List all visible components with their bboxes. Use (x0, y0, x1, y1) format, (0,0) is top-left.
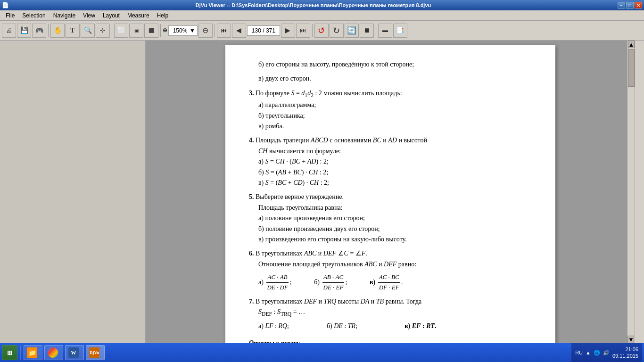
page-navigation (247, 25, 280, 36)
system-tray: RU ▲ 🌐 🔊 21:06 09.11.2015 (571, 343, 642, 362)
item-3a: а) параллелограмма; (258, 100, 532, 110)
window-title: DjVu Viewer -- D:\SysFolders\Desktop\Поу… (9, 2, 618, 8)
right-panel (635, 41, 644, 343)
refresh-button[interactable]: 🔄 (345, 24, 359, 38)
frac-6v-den: DF · EF (378, 283, 400, 293)
item-3-header: 3. По формуле S = d1d2 : 2 можно вычисли… (249, 90, 402, 97)
item-5-header: 5. Выберите верное утверждение. (249, 193, 344, 200)
frac-6v: AC · BC DF · EF (378, 272, 400, 293)
first-page-button[interactable]: ⏮ (217, 24, 231, 38)
item-5b: б) половине произведения двух его сторон… (258, 224, 532, 234)
item-6b: б) AB · AC DE · EF ; (314, 272, 355, 293)
item-6: 6. В треугольниках ABC и DEF ∠C = ∠F. От… (249, 248, 532, 292)
last-page-button[interactable]: ⏭ (296, 24, 310, 38)
menu-measure[interactable]: Measure (124, 11, 153, 20)
item-4b: б) S = (AB + BC) · CH : 2; (258, 167, 532, 178)
frac-6b: AB · AC DE · EF (322, 272, 345, 293)
close-button[interactable]: ✕ (635, 2, 642, 8)
page-input[interactable] (247, 25, 280, 36)
save-button[interactable]: 💾 (17, 24, 31, 38)
item-4v: в) S = (BC + CD) · CH : 2; (258, 178, 532, 188)
item-5a: а) половине произведения его сторон; (258, 213, 532, 223)
windows-icon: ⊞ (7, 349, 12, 356)
menu-selection[interactable]: Selection (18, 11, 49, 20)
forward-button[interactable]: ↻ (330, 24, 344, 38)
stop-button[interactable]: ⏹ (360, 24, 374, 38)
minimize-button[interactable]: − (618, 2, 625, 8)
fullscreen-button[interactable]: ▬ (378, 24, 392, 38)
menu-help[interactable]: Help (153, 11, 173, 20)
scrollbar[interactable]: ▲ ▼ (627, 41, 635, 343)
menu-view[interactable]: View (79, 11, 99, 20)
game-button[interactable]: 🎮 (32, 24, 46, 38)
prev-page-button[interactable]: ◀ (232, 24, 246, 38)
single-page-button[interactable]: ⬜ (114, 24, 128, 38)
clock-date: 09.11.2015 (612, 353, 638, 359)
wide-page-button[interactable]: ⬛ (144, 24, 158, 38)
toolbar: 🖨 💾 🎮 ✋ T 🔍 ⊹ ⬜ ▣ ⬛ ⊕ 150% ▼ ⊖ ⏮ ◀ ▶ ⏭ ↺… (0, 21, 644, 41)
title-icon: 📄 (2, 2, 9, 8)
item-v-side: в) двух его сторон. (258, 74, 532, 84)
item-7b: б) DE : TR; (327, 321, 357, 331)
zoom-dropdown-icon[interactable]: ▼ (190, 27, 195, 34)
frac-6v-num: AC · BC (378, 272, 400, 283)
bookmark-button[interactable]: 📑 (393, 24, 407, 38)
start-button[interactable]: ⊞ (2, 345, 17, 360)
chrome-icon (48, 347, 58, 358)
answers-header: Ответы к тесту (249, 338, 532, 343)
next-page-button[interactable]: ▶ (281, 24, 295, 38)
clock: 21:06 09.11.2015 (612, 346, 638, 360)
scroll-down-button[interactable]: ▼ (627, 336, 634, 343)
frac-6b-num: AB · AC (322, 272, 344, 283)
item-7a: а) EF : RQ; (258, 321, 289, 331)
text-button[interactable]: T (66, 24, 80, 38)
tray-arrow: ▲ (586, 350, 591, 355)
window-controls: − □ ✕ (618, 2, 642, 8)
zoom-control[interactable]: 150% ▼ (168, 25, 198, 36)
frac-6b-den: DE · EF (322, 283, 345, 293)
select-button[interactable]: ⊹ (96, 24, 110, 38)
item-5-sub: Площадь треугольника равна: (258, 203, 532, 213)
back-button[interactable]: ↺ (314, 24, 329, 38)
item-7v: в) EF : RT. (405, 321, 436, 331)
taskbar-separator-1 (20, 346, 21, 360)
scroll-up-button[interactable]: ▲ (628, 41, 635, 48)
pan-button[interactable]: ✋ (50, 24, 65, 38)
taskbar-word[interactable]: W (65, 345, 84, 360)
double-page-button[interactable]: ▣ (129, 24, 143, 38)
print-button[interactable]: 🖨 (2, 24, 16, 38)
menu-file[interactable]: File (2, 11, 18, 20)
item-7-options: а) EF : RQ; б) DE : TR; в) EF : RT. (258, 321, 532, 331)
item-v-side-text: в) двух его сторон. (258, 75, 311, 82)
zoom-icon: ⊕ (163, 27, 167, 34)
item-7: 7. В треугольниках DEF и TRQ высоты DA и… (249, 296, 532, 331)
maximize-button[interactable]: □ (626, 2, 634, 8)
item-6v: в) AC · BC DF · EF . (370, 272, 403, 293)
item-3v: в) ромба. (258, 121, 532, 132)
item-6-options: а) AC · AB DE · DF ; б) AB · AC DE · EF … (258, 272, 532, 293)
menubar: File Selection Navigate View Layout Meas… (0, 10, 644, 21)
item-3b: б) треугольника; (258, 111, 532, 121)
left-panel (0, 41, 146, 343)
zoom-out-button[interactable]: ⊖ (198, 24, 213, 38)
item-4-header: 4. Площадь трапеции ABCD с основаниями B… (249, 137, 427, 144)
item-6-header: 6. В треугольниках ABC и DEF ∠C = ∠F. (249, 250, 367, 257)
taskbar-chrome[interactable] (44, 345, 63, 360)
scroll-thumb[interactable] (628, 49, 635, 87)
titlebar: 📄 DjVu Viewer -- D:\SysFolders\Desktop\П… (0, 0, 644, 10)
explorer-icon: 📁 (27, 347, 37, 358)
document-area[interactable]: б) его стороны на высоту, проведённую к … (146, 41, 635, 343)
taskbar-explorer[interactable]: 📁 (24, 345, 42, 360)
zoom-in-button[interactable]: 🔍 (81, 24, 95, 38)
taskbar-djvu[interactable]: DjVu (86, 345, 105, 360)
network-icon: 🌐 (594, 350, 600, 356)
page-content: б) его стороны на высоту, проведённую к … (249, 59, 532, 343)
item-7-sub: SDEF : STRQ = … (258, 307, 532, 319)
item-5: 5. Выберите верное утверждение. Площадь … (249, 192, 532, 245)
menu-navigate[interactable]: Navigate (50, 11, 79, 20)
menu-layout[interactable]: Layout (99, 11, 124, 20)
document-page: б) его стороны на высоту, проведённую к … (225, 45, 555, 343)
clock-time: 21:06 (612, 346, 638, 353)
item-b-side-text: б) его стороны на высоту, проведённую к … (258, 61, 414, 68)
item-b-side: б) его стороны на высоту, проведённую к … (258, 59, 532, 70)
